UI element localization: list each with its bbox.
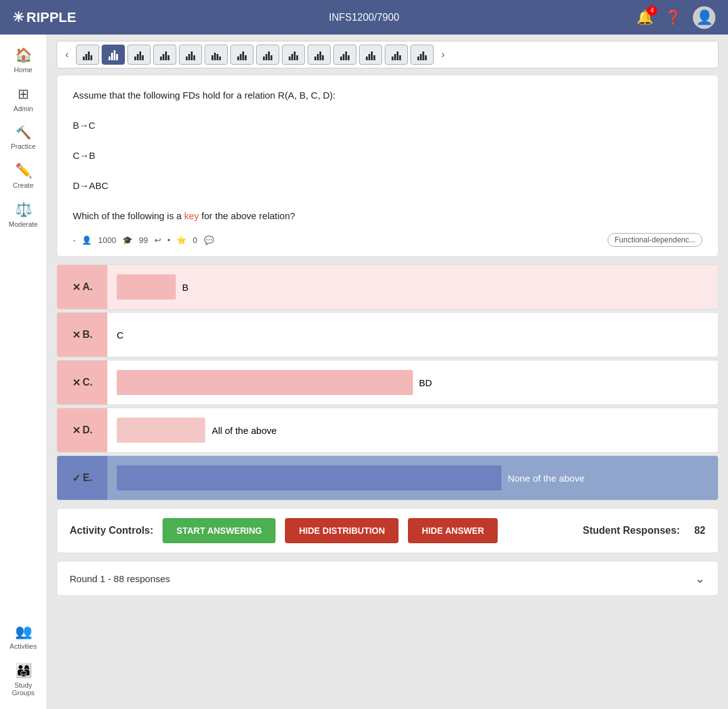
start-answering-button[interactable]: START ANSWERING <box>163 518 276 543</box>
help-icon[interactable]: ❓ <box>665 9 682 26</box>
sidebar-item-activities[interactable]: 👥 Activities <box>0 617 46 656</box>
tab-2-icon <box>109 49 118 60</box>
hide-distribution-button[interactable]: HIDE DISTRIBUTION <box>285 518 399 543</box>
tab-10-icon <box>314 49 324 60</box>
option-d-value: All of the above <box>211 425 276 436</box>
tab-2[interactable] <box>102 45 125 65</box>
tab-6-icon <box>211 49 221 60</box>
question-ask: Which of the following is a key for the … <box>73 208 702 224</box>
option-row-c[interactable]: ✕ C. BD <box>56 360 719 405</box>
option-d-wrong-icon: ✕ <box>72 425 80 436</box>
option-content-a: B <box>107 265 718 309</box>
option-e-value: None of the above <box>508 473 585 484</box>
tab-7-icon <box>237 49 247 60</box>
logo-star-icon: ✳ <box>13 9 24 26</box>
comment-icon: 💬 <box>204 235 214 245</box>
tab-3[interactable] <box>127 45 151 65</box>
tab-1[interactable] <box>76 45 99 65</box>
tab-14[interactable] <box>410 45 434 65</box>
sidebar-item-admin[interactable]: ⊞ Admin <box>0 80 46 119</box>
option-b-wrong-icon: ✕ <box>72 329 80 341</box>
meta-stars: 0 <box>193 235 197 245</box>
activity-controls-label: Activity Controls: <box>70 525 153 536</box>
option-c-wrong-icon: ✕ <box>72 377 80 389</box>
tab-12[interactable] <box>359 45 382 65</box>
question-text: Assume that the following FDs hold for a… <box>73 88 702 224</box>
tab-5-icon <box>186 49 195 60</box>
option-e-correct-icon: ✓ <box>72 472 80 484</box>
tab-next-button[interactable]: › <box>436 46 449 63</box>
option-d-bar <box>117 418 205 443</box>
header-actions: 🔔 4 ❓ 👤 <box>636 6 715 29</box>
option-row-d[interactable]: ✕ D. All of the above <box>56 408 719 453</box>
option-content-d: All of the above <box>107 408 718 452</box>
tab-13[interactable] <box>385 45 408 65</box>
tab-9-icon <box>289 49 298 60</box>
student-responses-count: 82 <box>694 525 705 536</box>
tab-7[interactable] <box>230 45 254 65</box>
option-label-e: ✓ E. <box>57 456 107 500</box>
user-avatar[interactable]: 👤 <box>693 6 715 29</box>
sidebar-item-practice[interactable]: 🔨 Practice <box>0 119 46 156</box>
question-fd1: B→C <box>73 118 702 133</box>
moderate-icon: ⚖️ <box>15 202 32 218</box>
study-groups-icon: 👨‍👩‍👧 <box>15 663 32 679</box>
activities-icon: 👥 <box>15 624 32 640</box>
tab-prev-button[interactable]: ‹ <box>60 46 73 63</box>
option-d-letter: D. <box>83 425 93 436</box>
tab-bar: ‹ <box>56 41 719 68</box>
notifications-button[interactable]: 🔔 4 <box>636 9 653 26</box>
tab-8-icon <box>263 49 272 60</box>
meta-left: - 👤 1000 🎓 99 ↩ • ⭐ 0 💬 <box>73 235 214 245</box>
tab-10[interactable] <box>308 45 331 65</box>
round-label: Round 1 - 88 responses <box>70 573 170 584</box>
option-a-bar <box>117 274 176 300</box>
option-a-letter: A. <box>83 281 93 293</box>
round-section[interactable]: Round 1 - 88 responses ⌄ <box>56 561 719 596</box>
sidebar-item-home-label: Home <box>14 66 32 73</box>
option-label-c: ✕ C. <box>57 360 107 404</box>
round-chevron-icon: ⌄ <box>695 571 705 586</box>
dash-separator: - <box>73 235 75 245</box>
option-row-a[interactable]: ✕ A. B <box>56 264 719 310</box>
admin-icon: ⊞ <box>18 86 29 102</box>
tab-9[interactable] <box>282 45 305 65</box>
option-c-letter: C. <box>83 377 93 388</box>
activity-controls: Activity Controls: START ANSWERING HIDE … <box>56 508 719 553</box>
sidebar-item-create-label: Create <box>13 181 33 189</box>
sidebar-item-home[interactable]: 🏠 Home <box>0 41 46 80</box>
option-content-c: BD <box>107 360 718 404</box>
option-b-value: C <box>117 330 124 340</box>
create-icon: ✏️ <box>15 163 32 179</box>
question-tag[interactable]: Functional-dependenc... <box>608 233 702 247</box>
tab-11-icon <box>340 49 350 60</box>
meta-classes: 99 <box>139 235 147 245</box>
tab-1-icon <box>83 49 92 60</box>
tab-8[interactable] <box>256 45 279 65</box>
tab-6[interactable] <box>205 45 228 65</box>
tab-5[interactable] <box>179 45 202 65</box>
option-content-b: C <box>107 313 718 357</box>
user-icon: 👤 <box>82 235 92 245</box>
hide-answer-button[interactable]: HIDE ANSWER <box>408 518 498 543</box>
sidebar-item-create[interactable]: ✏️ Create <box>0 156 46 195</box>
question-card: Assume that the following FDs hold for a… <box>56 75 719 257</box>
student-responses-label: Student Responses: <box>583 525 680 536</box>
sidebar-item-study-groups-label: Study Groups <box>3 681 43 696</box>
option-row-e[interactable]: ✓ E. None of the above <box>56 455 719 501</box>
reply-icon: ↩ <box>154 235 161 245</box>
meta-users: 1000 <box>98 235 116 245</box>
tab-4[interactable] <box>153 45 176 65</box>
tab-3-icon <box>134 49 144 60</box>
tab-13-icon <box>392 49 401 60</box>
option-label-b: ✕ B. <box>57 313 107 357</box>
question-fd3: D→ABC <box>73 178 702 193</box>
class-icon: 🎓 <box>122 235 132 245</box>
sidebar-item-study-groups[interactable]: 👨‍👩‍👧 Study Groups <box>0 656 46 703</box>
sidebar-item-moderate[interactable]: ⚖️ Moderate <box>0 195 46 234</box>
option-e-letter: E. <box>83 472 92 484</box>
option-c-value: BD <box>419 377 432 388</box>
tab-11[interactable] <box>333 45 356 65</box>
sidebar-item-practice-label: Practice <box>11 143 36 150</box>
option-row-b[interactable]: ✕ B. C <box>56 312 719 357</box>
